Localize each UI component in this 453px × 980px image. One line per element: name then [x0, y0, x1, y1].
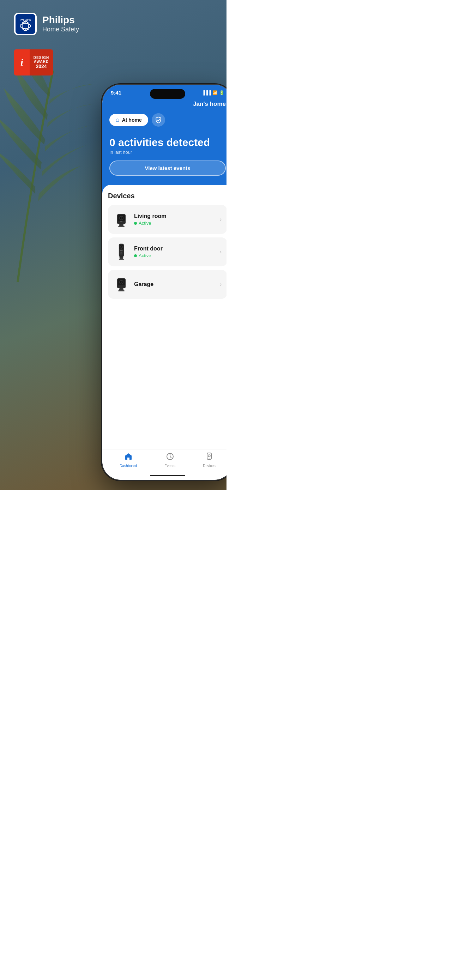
svg-point-8 — [121, 217, 122, 219]
signal-icon: ▐▐▐ — [202, 90, 211, 95]
devices-section: Devices — [102, 185, 227, 449]
device-info-front-door: Front door Active — [134, 245, 215, 258]
nav-dashboard[interactable]: Dashboard — [119, 452, 137, 468]
phone-frame: 9:41 ▐▐▐ 📶 🔋 Jan's home ⌂ At home — [102, 85, 227, 480]
device-image-living-room — [114, 210, 129, 229]
if-year-label: 2024 — [36, 64, 46, 69]
events-label: Events — [164, 464, 175, 468]
dynamic-island — [150, 89, 185, 99]
if-design-label: DESIGN — [33, 56, 49, 60]
devices-icon — [205, 452, 213, 463]
svg-rect-11 — [120, 221, 122, 222]
shield-button[interactable] — [152, 113, 165, 127]
device-card-front-door[interactable]: Front door Active › — [108, 237, 227, 266]
svg-rect-10 — [118, 226, 124, 227]
device-status-living-room: Active — [134, 221, 215, 226]
svg-rect-17 — [120, 250, 122, 251]
device-info-garage: Garage — [134, 281, 215, 288]
if-award-label: AWARD — [34, 60, 49, 64]
status-text-front-door: Active — [139, 253, 151, 258]
svg-rect-9 — [119, 224, 124, 226]
chevron-right-icon-2: › — [220, 249, 222, 255]
device-image-front-door — [114, 242, 129, 261]
if-design-award-badge: i DESIGN AWARD 2024 — [14, 49, 53, 75]
app-blue-header: Jan's home ⌂ At home — [102, 98, 227, 129]
svg-point-16 — [121, 247, 122, 248]
status-dot-front-door — [134, 255, 137, 257]
phone-screen: 9:41 ▐▐▐ 📶 🔋 Jan's home ⌂ At home — [102, 85, 227, 480]
svg-rect-27 — [119, 288, 124, 290]
home-indicator-bar — [150, 475, 185, 476]
wifi-icon: 📶 — [212, 90, 218, 95]
device-info-living-room: Living room Active — [134, 213, 215, 226]
at-home-button[interactable]: ⌂ At home — [110, 114, 148, 126]
activities-count: 0 activities detected — [110, 137, 226, 148]
philips-logo: PHILIPS — [14, 13, 37, 35]
svg-rect-30 — [207, 453, 211, 459]
devices-title: Devices — [108, 192, 227, 200]
device-name-garage: Garage — [134, 281, 215, 288]
brand-subtitle: Home Safety — [42, 26, 79, 33]
view-events-button[interactable]: View latest events — [110, 161, 226, 176]
events-icon — [166, 452, 174, 463]
svg-rect-20 — [119, 257, 124, 259]
device-name-front-door: Front door — [134, 245, 215, 252]
svg-rect-28 — [118, 290, 124, 291]
svg-rect-18 — [120, 252, 122, 253]
nav-devices[interactable]: Devices — [203, 452, 216, 468]
device-image-garage — [114, 275, 129, 294]
status-time: 9:41 — [111, 90, 121, 95]
brand-text: Philips Home Safety — [42, 15, 79, 33]
nav-events[interactable]: Events — [164, 452, 175, 468]
activities-subtitle: In last hour — [110, 150, 226, 155]
if-letter: i — [21, 57, 23, 68]
status-icons: ▐▐▐ 📶 🔋 — [202, 90, 224, 95]
device-status-front-door: Active — [134, 253, 215, 258]
devices-label: Devices — [203, 464, 216, 468]
status-text-living-room: Active — [139, 221, 151, 226]
home-indicator-area — [102, 475, 227, 480]
chevron-right-icon-3: › — [220, 281, 222, 288]
svg-rect-32 — [208, 458, 210, 459]
device-name-living-room: Living room — [134, 213, 215, 220]
battery-icon: 🔋 — [219, 90, 224, 95]
dashboard-label: Dashboard — [119, 464, 137, 468]
bottom-navigation: Dashboard Events — [102, 449, 227, 475]
brand-name: Philips — [42, 15, 79, 26]
activities-section: 0 activities detected In last hour View … — [102, 129, 227, 193]
mode-row: ⌂ At home — [110, 110, 226, 129]
status-dot-living-room — [134, 222, 137, 225]
svg-text:PHILIPS: PHILIPS — [20, 18, 32, 22]
if-badge-right: DESIGN AWARD 2024 — [30, 49, 53, 75]
dashboard-icon — [124, 452, 133, 463]
svg-point-26 — [121, 282, 122, 283]
phone-mockup: 9:41 ▐▐▐ 📶 🔋 Jan's home ⌂ At home — [102, 85, 227, 480]
home-icon: ⌂ — [116, 117, 119, 123]
at-home-label: At home — [122, 117, 142, 123]
svg-point-31 — [208, 455, 210, 457]
svg-rect-21 — [119, 259, 124, 260]
device-card-garage[interactable]: Garage › — [108, 270, 227, 299]
chevron-right-icon: › — [220, 216, 222, 223]
if-badge-left: i — [14, 49, 30, 75]
app-header: PHILIPS Philips Home Safety — [14, 13, 79, 35]
device-card-living-room[interactable]: Living room Active › — [108, 205, 227, 234]
home-name: Jan's home — [110, 100, 226, 110]
svg-rect-19 — [120, 253, 122, 255]
